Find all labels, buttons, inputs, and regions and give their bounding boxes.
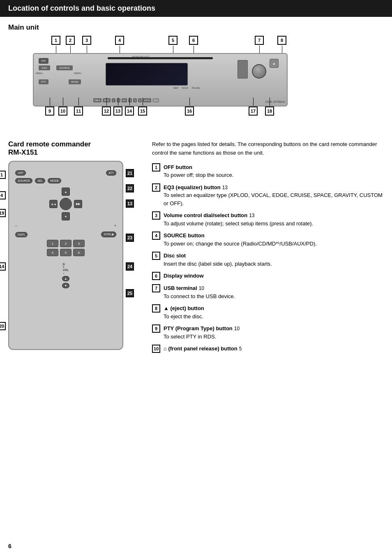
desc-item-1: 1 OFF button To power off; stop the sour… [152,163,384,179]
callout-22-remote: 22 [126,184,134,192]
callout-13-remote: 13 [126,199,134,208]
intro-text: Refer to the pages listed for details. T… [152,140,384,158]
desc-num-10: 10 [152,345,160,353]
desc-text-7: USB terminal10 To connect to the USB dev… [164,284,235,300]
desc-num-9: 9 [152,324,160,333]
desc-num-6: 6 [152,272,160,280]
desc-item-10: 10 ⌂ (front panel release) button5 [152,345,384,353]
desc-num-7: 7 [152,284,160,292]
main-unit-diagram-wrap: 1 2 3 4 5 6 7 8 OFF EQ3 SEEK- SOURCE [8,36,384,124]
desc-text-2: EQ3 (equalizer) button13 To select an eq… [164,183,384,208]
dpad-up[interactable]: ▲ [62,188,70,196]
callouts-bottom-row: 9 10 11 12 13 14 15 16 17 18 [33,107,288,124]
dspl-remote-btn[interactable]: DSPL [15,232,28,237]
desc-item-4: 4 SOURCE button To power on; change the … [152,232,384,248]
mode-remote-btn[interactable]: MODE [48,178,61,183]
off-remote-btn[interactable]: OFF [15,170,26,176]
att-remote-btn[interactable]: ATT [106,170,116,176]
callout-1-top: 1 [51,36,60,45]
vol-up-btn[interactable]: ▲ [62,276,70,281]
vol-down-btn[interactable]: ▼ [62,283,70,288]
callout-16-bottom: 16 [185,107,194,116]
content-area: Main unit 1 2 3 4 5 6 7 8 OFF EQ3 SEEK- [0,17,392,364]
dpad-center[interactable] [60,198,72,210]
d-pad: ▲ ▼ ◄◄ ▶▶ [49,188,82,220]
desc-num-1: 1 [152,163,160,171]
desc-item-9: 9 PTY (Program Type) button10 To select … [152,324,384,341]
callout-25-remote: 25 [126,289,134,297]
desc-num-3: 3 [152,211,160,220]
desc-item-3: 3 Volume control dial/select button13 To… [152,211,384,227]
left-column: Card remote commander RM-X151 1 4 19 14 … [8,140,140,357]
preset-3[interactable]: 3 [73,240,85,247]
dpad-right[interactable]: ▶▶ [74,200,82,208]
two-column-layout: Card remote commander RM-X151 1 4 19 14 … [8,140,384,357]
desc-num-4: 4 [152,232,160,240]
callout-1-remote: 1 [0,171,6,179]
remote-row-2: SOURCE SEL MODE [15,178,116,183]
desc-text-8: ▲ (eject) button To eject the disc. [164,304,204,320]
preset-5[interactable]: 5 [60,249,71,256]
callout-6-top: 6 [189,36,198,45]
dpad-left[interactable]: ◄◄ [49,200,58,208]
callout-9-bottom: 9 [45,107,54,116]
callout-14-remote: 14 [0,262,6,271]
dpad-down[interactable]: ▼ [62,212,70,220]
volume-dial-graphic [252,64,266,79]
off-button-graphic: OFF [39,58,48,64]
scrl-remote-btn[interactable]: SCRL◉ [101,232,116,237]
display-window-graphic [106,63,188,86]
desc-text-6: Display window [164,272,204,280]
disc-slot-graphic [108,57,213,59]
source-remote-btn[interactable]: SOURCE [15,178,32,183]
desc-text-5: Disc slot Insert the disc (label side up… [164,252,272,268]
header-title: Location of controls and basic operation… [8,4,155,12]
header-bar: Location of controls and basic operation… [0,0,392,17]
sel-remote-btn[interactable]: SEL [35,178,45,183]
push-select-label: PUSH SELECT [132,56,150,58]
preset-2[interactable]: 2 [60,240,71,247]
desc-num-8: 8 [152,304,160,313]
description-list: 1 OFF button To power off; stop the sour… [152,163,384,353]
preset-grid: 1 2 3 4 5 6 [47,240,85,256]
callout-2-top: 2 [66,36,75,45]
preset-1[interactable]: 1 [47,240,58,247]
remote-row-dspl-scrl: DSPL SCRL◉ [15,232,116,237]
callout-5-top: 5 [168,36,178,45]
callout-10-bottom: 10 [58,107,67,116]
callout-20-remote: 20 [0,322,6,330]
card-remote-diagram: 1 4 19 14 20 21 22 13 23 24 [8,161,123,350]
preset-6[interactable]: 6 [73,249,85,256]
seek-plus-label: SEEK+ [74,72,82,74]
main-unit-diagram: OFF EQ3 SEEK- SOURCE SEEK+ PTY MODE [33,53,288,107]
callout-12-bottom: 12 [102,107,111,116]
callout-18-bottom: 18 [265,107,274,116]
callout-24-remote: 24 [126,262,134,271]
preset-4[interactable]: 4 [47,249,58,256]
callout-3-top: 3 [82,36,91,45]
callout-21-remote: 21 [126,169,134,177]
callout-15-bottom: 15 [138,107,147,116]
bottom-controls-graphic: DIM▼ DSPL 1 2 3▼ 4 5 6 AF/TA AUX [93,98,159,102]
desc-num-5: 5 [152,252,160,260]
dpad-labels: –+ [15,224,116,227]
callout-19-remote: 19 [0,209,6,217]
model-label: CDX-GT50UI [265,100,285,104]
dpad-area: ▲ ▼ ◄◄ ▶▶ –+ [15,188,116,227]
callout-4-remote: 4 [0,191,6,199]
source-button-graphic: SOURCE [56,65,73,70]
desc-text-3: Volume control dial/select button13 To a… [164,211,313,227]
callout-11-bottom: 11 [74,107,83,116]
desc-text-4: SOURCE button To power on; change the so… [164,232,317,248]
callout-23-remote: 23 [126,234,134,242]
callout-14-bottom: 14 [125,107,134,116]
desc-text-9: PTY (Program Type) button10 To select PT… [164,324,240,341]
callout-7-top: 7 [255,36,264,45]
usb-terminal-graphic [238,60,248,79]
right-column: Refer to the pages listed for details. T… [152,140,384,357]
desc-text-1: OFF button To power off; stop the source… [164,163,233,179]
page-number: 6 [8,543,12,549]
main-unit-title: Main unit [8,23,384,32]
vol-label: D+VOL– [63,263,69,274]
desc-text-10: ⌂ (front panel release) button5 [164,345,242,353]
